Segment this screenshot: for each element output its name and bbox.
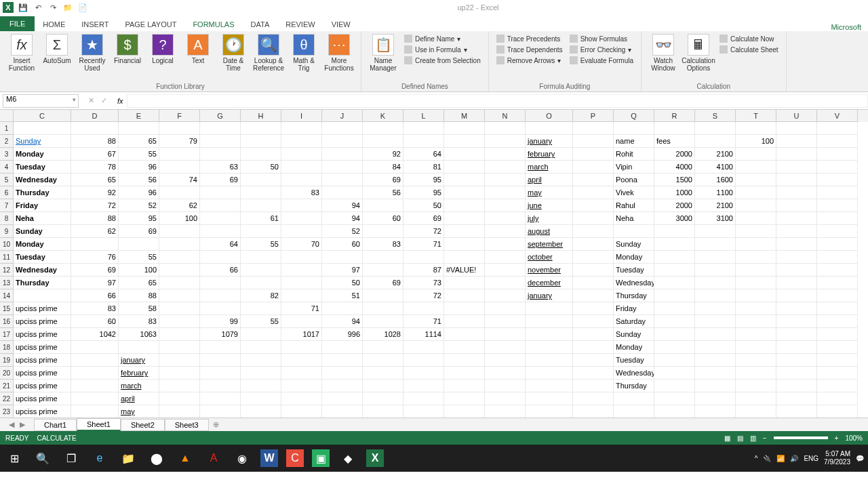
cell[interactable]: 82 [241, 289, 281, 302]
cell[interactable] [444, 161, 485, 174]
cell[interactable]: december [526, 277, 573, 289]
app-dark-icon[interactable]: ◆ [338, 448, 358, 468]
cell[interactable] [654, 264, 695, 277]
cell[interactable]: 1063 [119, 328, 159, 341]
cell[interactable] [817, 238, 858, 251]
undo-icon[interactable]: ↶ [33, 2, 43, 13]
cell[interactable] [200, 302, 241, 315]
cell[interactable] [526, 328, 573, 341]
cell[interactable]: 56 [119, 174, 159, 186]
cell[interactable]: march [526, 161, 573, 174]
cell[interactable]: Tuesday [14, 161, 71, 174]
cell[interactable] [485, 199, 526, 212]
cell[interactable]: 95 [119, 212, 159, 225]
cell[interactable] [485, 225, 526, 238]
cell[interactable] [281, 161, 322, 174]
cell[interactable]: upciss prime [14, 315, 71, 328]
cell[interactable] [776, 354, 817, 367]
cell[interactable] [736, 212, 776, 225]
cell[interactable]: Thursday [614, 380, 654, 392]
cell[interactable]: 94 [322, 212, 363, 225]
cell[interactable] [159, 186, 200, 199]
select-all-corner[interactable] [0, 110, 14, 122]
column-header-Q[interactable]: Q [614, 110, 654, 122]
column-header-L[interactable]: L [403, 110, 444, 122]
cell[interactable]: 74 [159, 174, 200, 186]
cell[interactable] [776, 277, 817, 289]
cell[interactable] [695, 405, 736, 418]
column-header-M[interactable]: M [444, 110, 485, 122]
cell[interactable]: Rahul [614, 199, 654, 212]
cell[interactable] [241, 199, 281, 212]
cell[interactable]: Saturday [614, 315, 654, 328]
cell[interactable] [485, 251, 526, 264]
cell[interactable] [281, 289, 322, 302]
cell[interactable] [776, 341, 817, 354]
cell[interactable] [241, 405, 281, 418]
cell[interactable]: upciss prime [14, 354, 71, 367]
cell[interactable] [776, 302, 817, 315]
cell[interactable] [322, 405, 363, 418]
cell[interactable]: 72 [403, 225, 444, 238]
cell[interactable] [200, 354, 241, 367]
cell[interactable] [403, 405, 444, 418]
cell[interactable]: 72 [403, 289, 444, 302]
cell[interactable] [776, 289, 817, 302]
cell[interactable] [241, 225, 281, 238]
cell[interactable]: Vivek [614, 186, 654, 199]
cell[interactable] [444, 392, 485, 405]
cell[interactable] [200, 122, 241, 135]
cell[interactable]: 96 [119, 186, 159, 199]
cell[interactable] [200, 135, 241, 148]
tray-volume-icon[interactable]: 🔊 [790, 455, 798, 462]
cell[interactable] [241, 122, 281, 135]
cell[interactable]: name [614, 135, 654, 148]
trace-precedents-button[interactable]: Trace Precedents [494, 34, 565, 43]
cell[interactable]: 64 [200, 238, 241, 251]
row-header[interactable]: 18 [0, 341, 14, 354]
cell[interactable] [573, 122, 614, 135]
cell[interactable] [614, 225, 654, 238]
cancel-icon[interactable]: ✕ [88, 96, 94, 105]
cell[interactable]: 83 [363, 238, 403, 251]
cell[interactable] [573, 328, 614, 341]
cell[interactable] [119, 238, 159, 251]
cell[interactable]: 65 [119, 135, 159, 148]
cell[interactable] [776, 264, 817, 277]
lookup-button[interactable]: 🔍Lookup & Reference [252, 34, 285, 72]
cell[interactable] [736, 354, 776, 367]
watch-window-button[interactable]: 👓Watch Window [647, 34, 679, 72]
account-label[interactable]: Microsoft [831, 23, 868, 31]
cell[interactable] [241, 328, 281, 341]
cell[interactable]: 60 [363, 212, 403, 225]
cell[interactable] [444, 238, 485, 251]
row-header[interactable]: 16 [0, 315, 14, 328]
cell[interactable] [736, 161, 776, 174]
cell[interactable]: #VALUE! [444, 264, 485, 277]
cell[interactable] [444, 122, 485, 135]
cell[interactable] [159, 148, 200, 161]
redo-icon[interactable]: ↷ [47, 2, 58, 13]
column-header-D[interactable]: D [71, 110, 119, 122]
cell[interactable] [159, 161, 200, 174]
cell[interactable] [444, 315, 485, 328]
cell[interactable] [736, 315, 776, 328]
cell[interactable] [322, 148, 363, 161]
cell[interactable] [159, 341, 200, 354]
cell[interactable] [281, 135, 322, 148]
cell[interactable]: 62 [71, 225, 119, 238]
cell[interactable]: 69 [403, 212, 444, 225]
use-in-formula-button[interactable]: Use in Formula ▾ [402, 45, 483, 54]
cell[interactable] [695, 277, 736, 289]
cell[interactable] [485, 212, 526, 225]
row-header[interactable]: 3 [0, 148, 14, 161]
cell[interactable] [322, 392, 363, 405]
cell[interactable] [817, 161, 858, 174]
cell[interactable]: Wednesday [614, 277, 654, 289]
cell[interactable] [817, 405, 858, 418]
cell[interactable]: 3100 [695, 212, 736, 225]
cell[interactable] [573, 277, 614, 289]
cell[interactable]: 66 [71, 289, 119, 302]
cell[interactable] [322, 251, 363, 264]
cell[interactable] [573, 135, 614, 148]
